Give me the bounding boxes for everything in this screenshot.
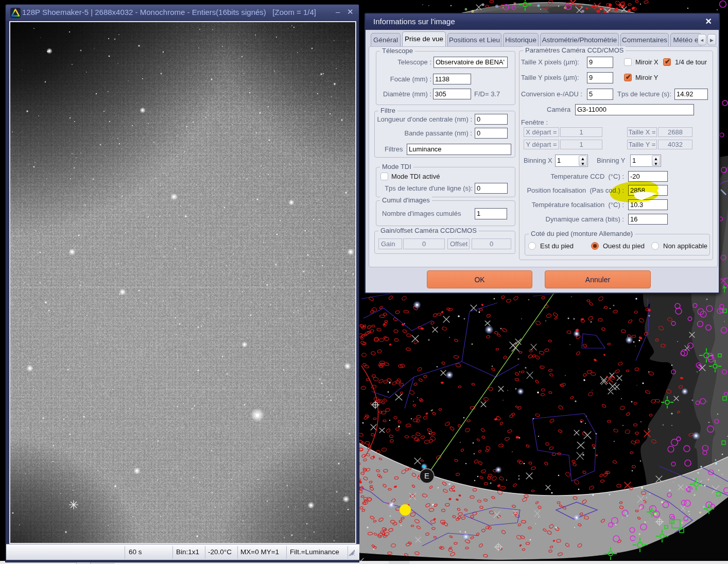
svg-text:E: E bbox=[424, 471, 429, 480]
